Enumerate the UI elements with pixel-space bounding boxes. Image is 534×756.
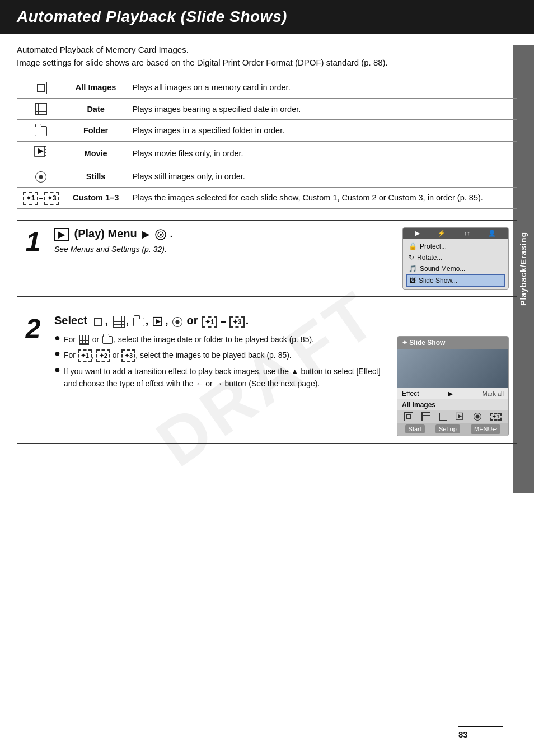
page-number-line <box>458 726 503 727</box>
cam-menu-item-slideshow: 🖼 Slide Show... <box>406 274 505 287</box>
step1-number: 1 <box>17 221 51 296</box>
ss-title: ✦ Slide Show <box>397 337 508 349</box>
table-icon-custom: ✦1 – ✦3 <box>17 187 65 208</box>
step1-title-text: (Play) Menu <box>74 227 137 240</box>
camera-screenshot: ▶ ⚡ ↑↑ 👤 🔒 Protect... ↻ Rotate... <box>402 227 509 290</box>
page-number-area: 83 <box>458 726 503 739</box>
slideshow-screenshot: ✦ Slide Show Effect ▶ Mark all All Image… <box>397 336 509 436</box>
ss-image-area <box>397 349 508 388</box>
page-number: 83 <box>458 730 468 739</box>
ss-start-button[interactable]: Start <box>405 424 425 433</box>
svg-marker-1 <box>38 148 44 154</box>
table-label-movie: Movie <box>65 141 127 166</box>
svg-marker-10 <box>156 319 161 324</box>
ss-markall: Mark all <box>482 390 504 397</box>
ss-effect-label: Effect <box>402 390 419 398</box>
table-icon-movie <box>17 141 65 166</box>
table-label-custom: Custom 1–3 <box>65 187 127 208</box>
table-desc-movie: Plays movie files only, in order. <box>127 141 517 166</box>
table-row: ✦1 – ✦3 Custom 1–3 Plays the images sele… <box>17 187 517 208</box>
feature-table: All Images Plays all images on a memory … <box>17 77 517 209</box>
step2-number: 2 <box>17 307 51 443</box>
step1-container: 1 ▶ (Play) Menu ▶ <box>17 220 517 297</box>
svg-point-8 <box>160 234 162 236</box>
bullet-item-1: ● For or , select the image date or fold… <box>54 334 389 346</box>
cam-menu-item: 🔒 Protect... <box>406 241 505 252</box>
table-icon-allimages <box>17 77 65 99</box>
intro-line2: Image settings for slide shows are based… <box>17 57 517 69</box>
ss-all-images: All Images <box>397 399 508 410</box>
ss-setup-button[interactable]: Set up <box>435 424 460 433</box>
select-movie-icon <box>153 315 164 328</box>
table-row: Date Plays images bearing a specified da… <box>17 99 517 120</box>
step2-content: Select , , , , <box>51 307 517 443</box>
select-allimages-icon <box>92 315 104 328</box>
bullet-item-2: ● For ✦1, ✦2 or ✦3, select the images to… <box>54 349 389 362</box>
intro-section: Automated Playback of Memory Card Images… <box>0 44 534 77</box>
select-stills-icon <box>172 315 182 328</box>
ss-menu-button[interactable]: MENU↩ <box>471 424 500 434</box>
cam-menu-item: ↻ Rotate... <box>406 252 505 263</box>
step2-container: 2 Select , , , <box>17 307 517 444</box>
table-desc-date: Plays images bearing a specified date in… <box>127 99 517 120</box>
step1-title: ▶ (Play) Menu ▶ . <box>54 227 395 241</box>
bullet-folder-icon <box>102 334 113 346</box>
table-label-allimages: All Images <box>65 77 127 99</box>
table-row: Folder Plays images in a specified folde… <box>17 120 517 141</box>
step1-content: ▶ (Play) Menu ▶ . See M <box>51 221 517 296</box>
ss-image-placeholder <box>397 349 508 388</box>
table-icon-folder <box>17 120 65 141</box>
cam-top-bar: ▶ ⚡ ↑↑ 👤 <box>403 228 508 239</box>
table-label-stills: Stills <box>65 166 127 187</box>
arrow-right-icon: ▶ <box>142 230 149 239</box>
step2-row: ● For or , select the image date or fold… <box>54 334 509 436</box>
ss-icons-row: ✦1 <box>397 410 508 423</box>
table-label-folder: Folder <box>65 120 127 141</box>
page-header: Automated Playback (Slide Shows) <box>0 0 534 34</box>
cam-menu-items: 🔒 Protect... ↻ Rotate... 🎵 Sound Memo... <box>403 239 508 289</box>
bullet-item-3: ● If you want to add a transition effect… <box>54 366 389 390</box>
step2-bullets: ● For or , select the image date or fold… <box>54 334 389 394</box>
table-icon-date <box>17 99 65 120</box>
intro-line1: Automated Playback of Memory Card Images… <box>17 44 517 57</box>
cam-menu-item: 🎵 Sound Memo... <box>406 263 505 274</box>
table-desc-folder: Plays images in a specified folder in or… <box>127 120 517 141</box>
step1-row: ▶ (Play) Menu ▶ . See M <box>54 227 509 290</box>
table-row: Stills Plays still images only, in order… <box>17 166 517 187</box>
ss-effect-row: Effect ▶ Mark all <box>397 388 508 399</box>
table-icon-stills <box>17 166 65 187</box>
select-folder-icon <box>133 315 144 328</box>
select-date-icon <box>113 315 125 328</box>
step1-subtitle: See Menus and Settings (p. 32). <box>54 245 395 254</box>
table-desc-custom: Plays the images selected for each slide… <box>127 187 517 208</box>
table-desc-stills: Plays still images only, in order. <box>127 166 517 187</box>
ss-buttons-row: Start Set up MENU↩ <box>397 423 508 436</box>
svg-marker-12 <box>458 414 462 418</box>
table-row: All Images Plays all images on a memory … <box>17 77 517 99</box>
step1-text-area: ▶ (Play) Menu ▶ . See M <box>54 227 395 254</box>
table-row: Movie Plays movie files only, in order. <box>17 141 517 166</box>
table-label-date: Date <box>65 99 127 120</box>
page-title: Automated Playback (Slide Shows) <box>17 8 517 26</box>
select-custom-icon: ✦1 – ✦3 <box>202 315 245 328</box>
page-content: Automated Playback (Slide Shows) Automat… <box>0 0 534 476</box>
play-icon: ▶ <box>54 228 69 241</box>
menu-icon <box>154 227 170 240</box>
step2-title: Select , , , , <box>54 314 509 328</box>
bullet-date-icon <box>79 334 89 346</box>
table-desc-allimages: Plays all images on a memory card in ord… <box>127 77 517 99</box>
